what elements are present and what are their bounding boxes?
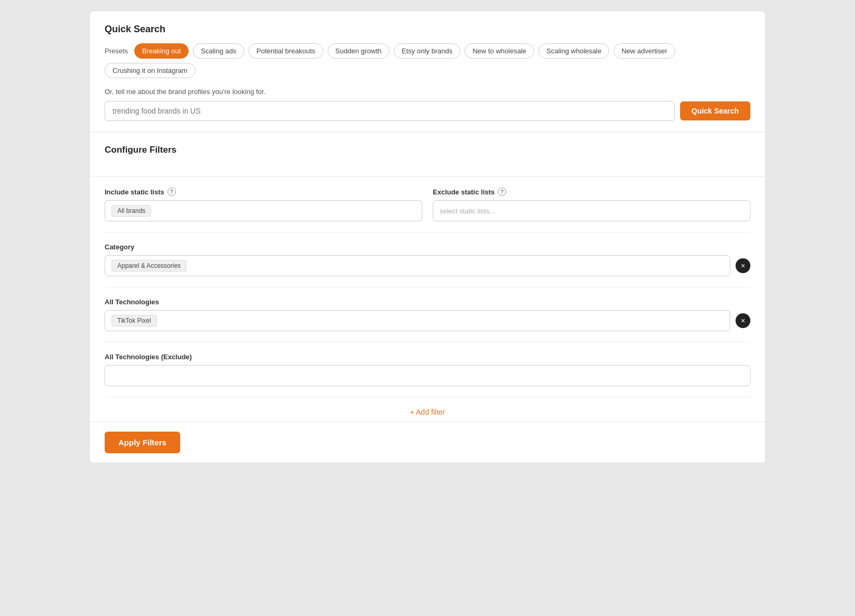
- search-row: Quick Search: [105, 101, 750, 121]
- preset-etsy-only-brands[interactable]: Etsy only brands: [394, 43, 460, 59]
- quick-search-title: Quick Search: [105, 24, 750, 35]
- category-tag: Apparel & Accessories: [111, 260, 187, 272]
- all-technologies-clear-button[interactable]: ×: [736, 313, 750, 328]
- all-technologies-filter-with-clear: TikTok Pixel ×: [105, 310, 750, 331]
- filter-panels-area: Include static lists ? All brands Exclud…: [90, 177, 765, 422]
- include-static-lists-panel: Include static lists ? All brands: [105, 188, 422, 221]
- all-technologies-row: All Technologies TikTok Pixel ×: [105, 287, 750, 342]
- exclude-static-lists-placeholder: select static lists...: [440, 207, 495, 215]
- exclude-static-lists-help-icon[interactable]: ?: [498, 188, 506, 196]
- static-lists-row: Include static lists ? All brands Exclud…: [105, 177, 750, 232]
- exclude-static-lists-panel: Exclude static lists ? select static lis…: [433, 188, 750, 221]
- preset-potential-breakouts[interactable]: Potential breakouts: [248, 43, 323, 59]
- tiktok-pixel-tag: TikTok Pixel: [111, 315, 157, 326]
- preset-new-advertiser[interactable]: New advertiser: [614, 43, 675, 59]
- include-static-lists-input[interactable]: All brands: [105, 200, 422, 221]
- apply-filters-button[interactable]: Apply Filters: [105, 432, 180, 453]
- category-input[interactable]: Apparel & Accessories: [105, 255, 730, 276]
- preset-sudden-growth[interactable]: Sudden growth: [328, 43, 389, 59]
- exclude-static-lists-label: Exclude static lists ?: [433, 188, 750, 196]
- all-technologies-exclude-label: All Technologies (Exclude): [105, 353, 750, 361]
- quick-search-button[interactable]: Quick Search: [680, 101, 751, 120]
- all-technologies-clear-icon: ×: [741, 316, 745, 325]
- presets-label: Presets: [105, 47, 128, 55]
- category-clear-button[interactable]: ×: [736, 258, 750, 273]
- all-technologies-exclude-row: All Technologies (Exclude): [105, 342, 750, 397]
- preset-crushing-instagram[interactable]: Crushing it on Instagram: [105, 63, 196, 78]
- all-technologies-exclude-input[interactable]: [105, 365, 750, 386]
- quick-search-section: Quick Search Presets Breaking out Scalin…: [90, 11, 765, 132]
- apply-footer: Apply Filters: [90, 422, 765, 463]
- category-clear-icon: ×: [741, 262, 745, 270]
- preset-new-to-wholesale[interactable]: New to wholesale: [464, 43, 534, 59]
- preset-scaling-ads[interactable]: Scaling ads: [193, 43, 244, 59]
- or-text: Or, tell me about the brand profiles you…: [105, 88, 750, 96]
- exclude-static-lists-input[interactable]: select static lists...: [433, 200, 750, 221]
- preset-breaking-out[interactable]: Breaking out: [134, 43, 189, 59]
- configure-filters-title: Configure Filters: [105, 145, 750, 155]
- add-filter-row: + Add filter: [105, 397, 750, 422]
- preset-scaling-wholesale[interactable]: Scaling wholesale: [538, 43, 609, 59]
- category-filter-with-clear: Apparel & Accessories ×: [105, 255, 750, 276]
- main-container: Quick Search Presets Breaking out Scalin…: [89, 11, 766, 463]
- category-label: Category: [105, 243, 750, 251]
- all-technologies-label: All Technologies: [105, 298, 750, 306]
- configure-filters-section: Configure Filters: [90, 132, 765, 177]
- quick-search-input[interactable]: [105, 101, 675, 121]
- category-row: Category Apparel & Accessories ×: [105, 232, 750, 287]
- presets-row: Presets Breaking out Scaling ads Potenti…: [105, 43, 750, 78]
- all-technologies-input[interactable]: TikTok Pixel: [105, 310, 730, 331]
- include-static-lists-label: Include static lists ?: [105, 188, 422, 196]
- include-static-lists-help-icon[interactable]: ?: [168, 188, 176, 196]
- all-brands-tag: All brands: [111, 205, 151, 217]
- add-filter-link[interactable]: + Add filter: [410, 408, 445, 416]
